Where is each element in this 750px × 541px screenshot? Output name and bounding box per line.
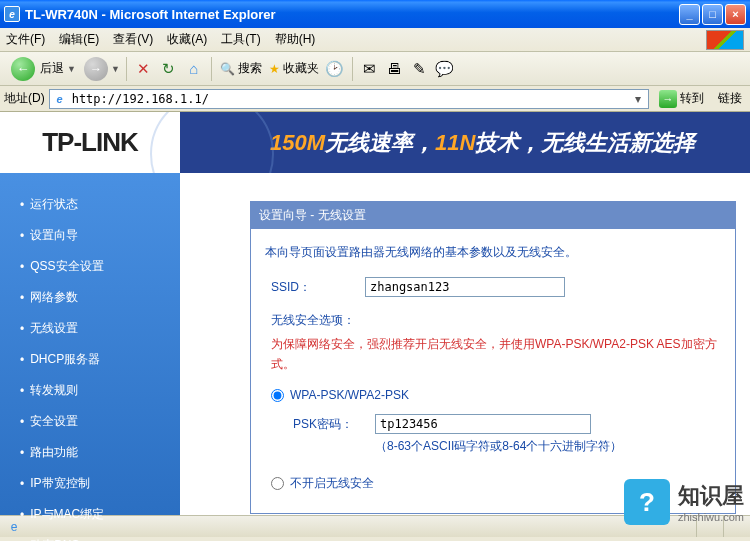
psk-hint: （8-63个ASCII码字符或8-64个十六进制字符） (265, 435, 721, 458)
tag-tx2: 技术，无线生活新选择 (475, 128, 695, 158)
sidebar-item-network[interactable]: 网络参数 (20, 282, 180, 313)
sidebar-label: 转发规则 (30, 382, 78, 399)
search-icon: 🔍 (220, 62, 235, 76)
sidebar-label: 安全设置 (30, 413, 78, 430)
back-label: 后退 (40, 60, 64, 77)
back-icon: ← (11, 57, 35, 81)
address-input[interactable] (72, 92, 630, 106)
wizard-panel: 设置向导 - 无线设置 本向导页面设置路由器无线网络的基本参数以及无线安全。 S… (250, 201, 736, 514)
sidebar-item-qss[interactable]: QSS安全设置 (20, 251, 180, 282)
go-label: 转到 (680, 90, 704, 107)
sidebar-label: 动态DNS (30, 537, 79, 541)
history-button[interactable]: 🕑 (324, 58, 346, 80)
forward-button[interactable]: → (84, 57, 108, 81)
sidebar-label: 路由功能 (30, 444, 78, 461)
minimize-button[interactable]: _ (679, 4, 700, 25)
radio-wpa-input[interactable] (271, 389, 284, 402)
sidebar-label: QSS安全设置 (30, 258, 103, 275)
psk-label: PSK密码： (293, 413, 367, 436)
sidebar-label: 运行状态 (30, 196, 78, 213)
sidebar-item-ipmac[interactable]: IP与MAC绑定 (20, 499, 180, 530)
print-button[interactable]: 🖶 (384, 58, 406, 80)
sidebar-item-dhcp[interactable]: DHCP服务器 (20, 344, 180, 375)
close-button[interactable]: × (725, 4, 746, 25)
sidebar-item-ddns[interactable]: 动态DNS (20, 530, 180, 541)
address-label: 地址(D) (4, 90, 45, 107)
ssid-row: SSID： (265, 276, 721, 299)
menu-file[interactable]: 文件(F) (6, 31, 45, 48)
sidebar-label: IP与MAC绑定 (30, 506, 104, 523)
refresh-button[interactable]: ↻ (158, 58, 180, 80)
sidebar-item-wireless[interactable]: 无线设置 (20, 313, 180, 344)
star-icon: ★ (269, 62, 280, 76)
window-title: TL-WR740N - Microsoft Internet Explorer (25, 7, 679, 22)
maximize-button[interactable]: □ (702, 4, 723, 25)
stop-button[interactable]: ✕ (133, 58, 155, 80)
sidebar-label: 网络参数 (30, 289, 78, 306)
security-label: 无线安全选项： (265, 309, 721, 332)
mail-button[interactable]: ✉ (359, 58, 381, 80)
banner-tagline: 150M 无线速率， 11N 技术，无线生活新选择 (180, 112, 750, 173)
tag-tx1: 无线速率， (325, 128, 435, 158)
menu-favorites[interactable]: 收藏(A) (167, 31, 207, 48)
edit-button[interactable]: ✎ (409, 58, 431, 80)
go-icon: → (659, 90, 677, 108)
main-area: 运行状态 设置向导 QSS安全设置 网络参数 无线设置 DHCP服务器 转发规则… (0, 173, 750, 515)
sidebar-label: 无线设置 (30, 320, 78, 337)
go-button[interactable]: → 转到 (653, 88, 710, 110)
window-titlebar: e TL-WR740N - Microsoft Internet Explore… (0, 0, 750, 28)
favorites-label: 收藏夹 (283, 60, 319, 77)
sidebar-item-bandwidth[interactable]: IP带宽控制 (20, 468, 180, 499)
sidebar-item-wizard[interactable]: 设置向导 (20, 220, 180, 251)
sidebar-label: 设置向导 (30, 227, 78, 244)
address-input-wrap[interactable]: e ▾ (49, 89, 649, 109)
search-label: 搜索 (238, 60, 262, 77)
watermark-text: 知识屋 zhishiwu.com (678, 481, 744, 523)
panel-title: 设置向导 - 无线设置 (251, 202, 735, 229)
psk-input[interactable] (375, 414, 591, 434)
page-icon: e (52, 91, 68, 107)
home-button[interactable]: ⌂ (183, 58, 205, 80)
sidebar-item-status[interactable]: 运行状态 (20, 189, 180, 220)
sidebar-item-forward[interactable]: 转发规则 (20, 375, 180, 406)
watermark-en: zhishiwu.com (678, 511, 744, 523)
ssid-input[interactable] (365, 277, 565, 297)
toolbar-separator (211, 57, 212, 81)
radio-none-input[interactable] (271, 477, 284, 490)
favorites-button[interactable]: ★ 收藏夹 (267, 58, 321, 79)
window-controls: _ □ × (679, 4, 746, 25)
back-button[interactable]: ← 后退 ▼ (6, 54, 81, 84)
toolbar-separator (126, 57, 127, 81)
sidebar-item-routing[interactable]: 路由功能 (20, 437, 180, 468)
site-watermark: ? 知识屋 zhishiwu.com (624, 479, 744, 525)
psk-row: PSK密码： (265, 413, 721, 436)
toolbar: ← 后退 ▼ → ▼ ✕ ↻ ⌂ 🔍 搜索 ★ 收藏夹 🕑 ✉ 🖶 ✎ 💬 (0, 52, 750, 86)
menu-bar: 文件(F) 编辑(E) 查看(V) 收藏(A) 工具(T) 帮助(H) (0, 28, 750, 52)
menu-edit[interactable]: 编辑(E) (59, 31, 99, 48)
sidebar-item-security[interactable]: 安全设置 (20, 406, 180, 437)
menu-tools[interactable]: 工具(T) (221, 31, 260, 48)
radio-wpa[interactable]: WPA-PSK/WPA2-PSK (265, 384, 721, 407)
links-label[interactable]: 链接 (714, 90, 746, 107)
toolbar-separator (352, 57, 353, 81)
chevron-down-icon[interactable]: ▼ (111, 64, 120, 74)
address-dropdown-icon[interactable]: ▾ (630, 92, 646, 106)
radio-wpa-label: WPA-PSK/WPA2-PSK (290, 384, 409, 407)
menu-help[interactable]: 帮助(H) (275, 31, 316, 48)
ie-icon: e (4, 6, 20, 22)
sidebar-nav: 运行状态 设置向导 QSS安全设置 网络参数 无线设置 DHCP服务器 转发规则… (0, 173, 180, 515)
panel-body: 本向导页面设置路由器无线网络的基本参数以及无线安全。 SSID： 无线安全选项：… (251, 229, 735, 513)
sidebar-label: IP带宽控制 (30, 475, 89, 492)
search-button[interactable]: 🔍 搜索 (218, 58, 264, 79)
security-warning: 为保障网络安全，强烈推荐开启无线安全，并使用WPA-PSK/WPA2-PSK A… (265, 335, 721, 373)
windows-logo-icon (706, 30, 744, 50)
radio-none-label: 不开启无线安全 (290, 472, 374, 495)
tag-hl2: 11N (435, 130, 475, 156)
menu-view[interactable]: 查看(V) (113, 31, 153, 48)
content-gutter (180, 173, 250, 515)
panel-description: 本向导页面设置路由器无线网络的基本参数以及无线安全。 (265, 241, 721, 264)
ie-status-icon: e (6, 519, 22, 535)
chevron-down-icon: ▼ (67, 64, 76, 74)
watermark-cn: 知识屋 (678, 481, 744, 511)
discuss-button[interactable]: 💬 (434, 58, 456, 80)
